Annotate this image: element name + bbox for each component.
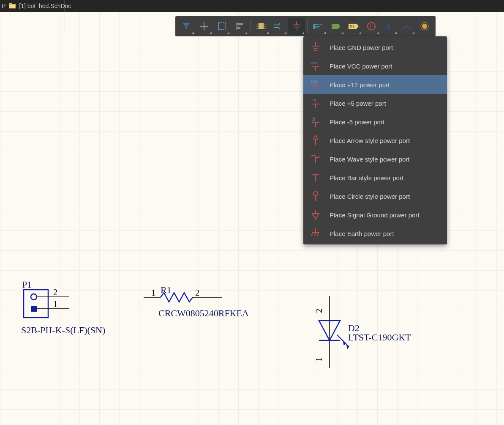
svg-point-27 [368, 22, 375, 30]
svg-text:1: 1 [314, 357, 324, 362]
resistor-r1[interactable]: 1 2 [144, 291, 222, 304]
menu-item-earth[interactable]: Place Earth power port [303, 224, 447, 243]
earth-icon [309, 227, 322, 240]
move-button[interactable] [196, 18, 212, 35]
svg-rect-2 [9, 5, 15, 8]
svg-text:2: 2 [314, 309, 324, 313]
gnd-icon [309, 41, 322, 54]
menu-label: Place Bar style power port [330, 174, 403, 181]
svg-line-79 [341, 338, 349, 347]
filter-button[interactable] [178, 18, 195, 35]
svg-text:Vcc: Vcc [311, 61, 317, 65]
svg-rect-63 [24, 290, 48, 318]
menu-label: Place GND power port [330, 44, 393, 51]
menu-item-p12[interactable]: +12 Place +12 power port [303, 75, 447, 94]
bus-button[interactable] [270, 18, 287, 35]
svg-rect-1 [9, 3, 12, 5]
align-button[interactable] [231, 18, 248, 35]
menu-label: Place Signal Ground power port [330, 211, 420, 219]
menu-label: Place Arrow style power port [330, 137, 410, 144]
menu-label: Place -5 power port [330, 118, 384, 126]
svg-point-31 [422, 24, 427, 29]
menu-label: Place VCC power port [330, 63, 392, 70]
connector-p1[interactable]: 2 1 [23, 289, 69, 318]
menu-label: Place +12 power port [330, 81, 390, 88]
svg-line-61 [314, 233, 316, 236]
svg-text:+12: +12 [311, 80, 317, 84]
menu-label: Place Wave style power port [330, 156, 410, 163]
menu-item-wave[interactable]: Place Wave style power port [303, 150, 447, 168]
doc-icon [9, 3, 16, 9]
svg-rect-7 [237, 23, 243, 25]
power-port-button[interactable] [288, 18, 305, 35]
svg-text:D1: D1 [350, 24, 355, 28]
text-button[interactable]: A [381, 18, 398, 35]
p1-value[interactable]: S2B-PH-K-S(LF)(SN) [21, 325, 105, 336]
menu-item-sig[interactable]: Place Signal Ground power port [303, 206, 447, 224]
arrow-power-icon [309, 134, 322, 147]
svg-text:2: 2 [195, 288, 199, 297]
p12-icon: +12 [309, 78, 322, 91]
svg-text:1: 1 [151, 288, 155, 297]
menu-item-circle[interactable]: Place Circle style power port [303, 187, 447, 206]
titlebar-p: P [2, 3, 5, 9]
svg-rect-9 [259, 23, 264, 29]
svg-line-60 [311, 233, 313, 236]
schematic-canvas[interactable]: ## D1 i A Place GND power [0, 12, 504, 425]
netlabel-button[interactable] [327, 18, 344, 35]
menu-item-p5[interactable]: +5 Place +5 power port [303, 94, 447, 112]
menu-item-gnd[interactable]: Place GND power port [303, 38, 447, 57]
power-port-menu: Place GND power port Vcc Place VCC power… [303, 36, 447, 244]
svg-text:2: 2 [53, 288, 57, 297]
circle-power-icon [309, 190, 322, 203]
menu-label: Place Circle style power port [330, 193, 410, 200]
svg-text:i: i [370, 23, 371, 30]
menu-item-vcc[interactable]: Vcc Place VCC power port [303, 57, 447, 75]
svg-text:-5: -5 [312, 117, 315, 121]
svg-rect-8 [237, 27, 240, 29]
svg-text:A: A [384, 21, 391, 32]
arc-button[interactable] [398, 18, 415, 35]
grid-line-v [65, 0, 65, 34]
menu-label: Place +5 power port [330, 100, 386, 107]
probe-button[interactable]: i [363, 18, 380, 35]
titlebar: P [1] bot_hed.SchDoc [0, 0, 504, 12]
svg-text:+5: +5 [312, 98, 316, 102]
r1-value[interactable]: CRCW0805240RFKEA [158, 308, 249, 319]
p5-icon: +5 [309, 97, 322, 110]
svg-point-64 [31, 294, 37, 300]
active-toolbar: ## D1 i A [175, 16, 436, 36]
signal-ground-icon [309, 208, 322, 221]
harness-button[interactable]: ## [310, 18, 327, 35]
bar-power-icon [309, 171, 322, 184]
svg-rect-20 [313, 24, 315, 29]
vcc-icon: Vcc [309, 60, 322, 72]
m5-icon: -5 [309, 115, 322, 128]
menu-label: Place Earth power port [330, 230, 394, 237]
menu-item-m5[interactable]: -5 Place -5 power port [303, 112, 447, 131]
svg-marker-57 [312, 214, 319, 219]
component-button[interactable] [253, 18, 270, 35]
svg-rect-65 [31, 306, 37, 312]
d2-value[interactable]: LTST-C190GKT [348, 332, 411, 343]
designator-button[interactable]: D1 [345, 18, 362, 35]
svg-text:##: ## [319, 23, 322, 26]
menu-item-bar[interactable]: Place Bar style power port [303, 168, 447, 187]
dot-button[interactable] [416, 18, 433, 35]
svg-point-54 [313, 192, 318, 196]
wave-power-icon [309, 153, 322, 165]
svg-line-62 [317, 233, 319, 236]
menu-item-arrow[interactable]: Place Arrow style power port [303, 131, 447, 150]
selection-button[interactable] [213, 18, 230, 35]
svg-marker-49 [313, 135, 318, 139]
tab-title: [1] bot_hed.SchDoc [19, 3, 71, 9]
svg-text:1: 1 [53, 299, 57, 309]
svg-rect-5 [218, 23, 225, 30]
